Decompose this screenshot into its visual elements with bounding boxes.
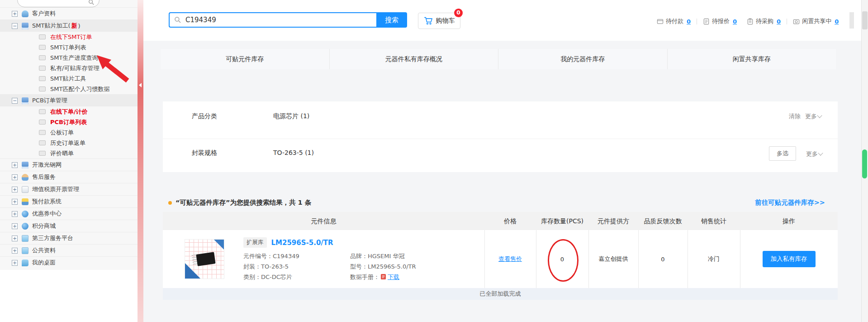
status-label: 待报价: [712, 17, 730, 25]
expand-icon[interactable]: [12, 11, 18, 17]
scrollbar-thumb-top[interactable]: [862, 11, 868, 29]
sidebar-item-coupon-center[interactable]: 优惠券中心: [0, 207, 138, 220]
sidebar-item-label: 增值税票开票管理: [32, 185, 79, 193]
tab-my-component-stock[interactable]: 我的元器件库存: [498, 49, 667, 69]
sidebar-item-pcb-order-mgmt[interactable]: PCB订单管理: [0, 94, 138, 106]
search-button[interactable]: 搜索: [376, 12, 407, 28]
sidebar-item-history-reorder[interactable]: 历史订单返单: [0, 138, 138, 148]
sidebar-item-laser-stencil[interactable]: 开激光钢网: [0, 159, 138, 171]
leaf-icon: [39, 120, 46, 125]
expand-icon[interactable]: [12, 260, 18, 266]
header-component-info: 元件信息: [163, 212, 484, 230]
clear-filters-link[interactable]: 清除: [789, 112, 801, 120]
component-thumbnail[interactable]: [185, 239, 224, 279]
leaf-icon: [39, 140, 46, 145]
cart-button[interactable]: 购物车 0: [418, 13, 460, 29]
sidebar-item-smt-order-list[interactable]: SMT订单列表: [0, 42, 138, 53]
more-link[interactable]: 更多: [805, 112, 821, 120]
leaf-icon: [39, 109, 46, 114]
status-count[interactable]: 0: [687, 18, 691, 25]
sidebar-item-my-desktop[interactable]: 我的桌面: [0, 256, 138, 269]
sidebar-item-label: 公板订单: [50, 129, 74, 137]
sidebar-item-public-board-order[interactable]: 公板订单: [0, 127, 138, 138]
sidebar-item-thirdparty-platform[interactable]: 第三方服务平台: [0, 232, 138, 244]
sales-cell: 冷门: [688, 230, 740, 288]
sidebar-item-public-resources[interactable]: 公共资料: [0, 244, 138, 256]
search-result-summary: “可贴元器件库存”为您提供搜索结果，共 1 条: [168, 198, 311, 207]
scrollbar-thumb[interactable]: [862, 149, 867, 178]
new-flag: 新: [71, 22, 77, 30]
expand-icon[interactable]: [12, 223, 18, 229]
datasheet-download-link[interactable]: 下载: [388, 274, 399, 280]
expand-icon[interactable]: [12, 211, 18, 217]
search-field-wrap: [169, 12, 376, 28]
header-provider: 元件提供方: [588, 212, 638, 230]
sidebar-item-label: 公共资料: [32, 246, 56, 255]
filter-actions: 清除 更多: [789, 112, 821, 120]
expand-icon[interactable]: [12, 162, 18, 168]
sidebar-item-after-sales[interactable]: 售后服务: [0, 171, 138, 183]
sidebar-item-pcb-order-list[interactable]: PCB订单列表: [0, 117, 138, 127]
status-label: 待采购: [756, 17, 773, 25]
sidebar-item-review-share[interactable]: 评价晒单: [0, 148, 138, 159]
more-link[interactable]: 更多: [806, 150, 822, 158]
multi-select-button[interactable]: 多选: [769, 146, 796, 161]
leaf-icon: [39, 55, 46, 60]
expand-icon[interactable]: [12, 235, 18, 241]
component-code: 元件编号：C194349: [243, 252, 299, 260]
search-icon: [88, 0, 95, 7]
tab-idle-shared-stock[interactable]: 闲置共享库存: [667, 49, 836, 69]
sidebar-item-prepayment-system[interactable]: 预付款系统: [0, 195, 138, 207]
header-price: 价格: [484, 212, 536, 230]
sidebar-item-points-mall[interactable]: 积分商城: [0, 220, 138, 232]
filter-value-category[interactable]: 电源芯片 (1): [273, 112, 309, 120]
part-number-link[interactable]: LM2596S-5.0/TR: [271, 239, 333, 247]
collapse-arrow-icon[interactable]: [139, 83, 142, 87]
sidebar-item-smt-habit-data[interactable]: SMT匹配个人习惯数据: [0, 84, 138, 94]
add-private-stock-button[interactable]: 加入私有库存: [763, 251, 816, 267]
sidebar-item-label: SMT贴片加工(: [32, 22, 70, 30]
pending-quote-link[interactable]: 待报价 0: [703, 17, 737, 25]
provider-cell: 嘉立创提供: [588, 230, 638, 288]
pending-purchase-link[interactable]: 待采购 0: [747, 17, 781, 25]
tab-mountable-stock[interactable]: 可贴元件库存: [161, 49, 329, 69]
user-icon: [22, 10, 28, 17]
status-count[interactable]: 0: [733, 18, 737, 25]
sidebar-search-input[interactable]: [17, 0, 100, 7]
sidebar-item-online-order-quote[interactable]: 在线下单/计价: [0, 106, 138, 117]
points-icon: [22, 223, 28, 230]
sidebar-item-vat-invoice-mgmt[interactable]: 增值税票开票管理: [0, 183, 138, 195]
status-count[interactable]: 0: [777, 18, 781, 25]
header-feedback: 品质反馈次数: [638, 212, 688, 230]
filter-value-package[interactable]: TO-263-5 (1): [273, 149, 314, 156]
status-count[interactable]: 0: [835, 18, 839, 25]
filter-row-category: 产品分类 电源芯片 (1) 清除 更多: [163, 101, 838, 139]
module-icon: [22, 97, 28, 104]
collapse-icon[interactable]: [12, 98, 18, 104]
sidebar-item-label: SMT匹配个人习惯数据: [50, 85, 109, 93]
sidebar-item-label: 开激光钢网: [32, 161, 62, 169]
leaf-icon: [39, 130, 46, 135]
sidebar-item-online-smt-order[interactable]: 在线下SMT订单: [0, 32, 138, 42]
divider: [697, 19, 697, 24]
sidebar-item-smt-processing[interactable]: SMT贴片加工(新): [0, 19, 138, 32]
sidebar-collapse-strip[interactable]: [138, 0, 143, 322]
pending-payment-link[interactable]: 待付款 0: [657, 17, 691, 25]
filter-label: 产品分类: [192, 112, 217, 120]
sidebar-item-label: 预付款系统: [32, 197, 62, 206]
idle-sharing-link[interactable]: 闲置共享中 0: [793, 17, 839, 25]
sidebar-item-customer-info[interactable]: 客户资料: [0, 7, 138, 19]
collapse-icon[interactable]: [12, 23, 18, 29]
cart-icon: [424, 17, 433, 25]
expand-icon[interactable]: [12, 248, 18, 254]
status-label: 闲置共享中: [802, 17, 831, 25]
expand-icon[interactable]: [12, 174, 18, 180]
table-header: 元件信息 价格 库存数量(PCS) 元件提供方 品质反馈次数 销售统计 操作: [163, 212, 838, 230]
coins-icon: [22, 198, 28, 205]
tab-private-stock-overview[interactable]: 元器件私有库存概况: [329, 49, 498, 69]
view-price-link[interactable]: 查看售价: [498, 255, 522, 263]
expand-icon[interactable]: [12, 187, 18, 192]
search-input[interactable]: [185, 15, 367, 24]
goto-mountable-stock-link[interactable]: 前往可贴元器件库存>>: [755, 198, 825, 207]
expand-icon[interactable]: [12, 199, 18, 205]
